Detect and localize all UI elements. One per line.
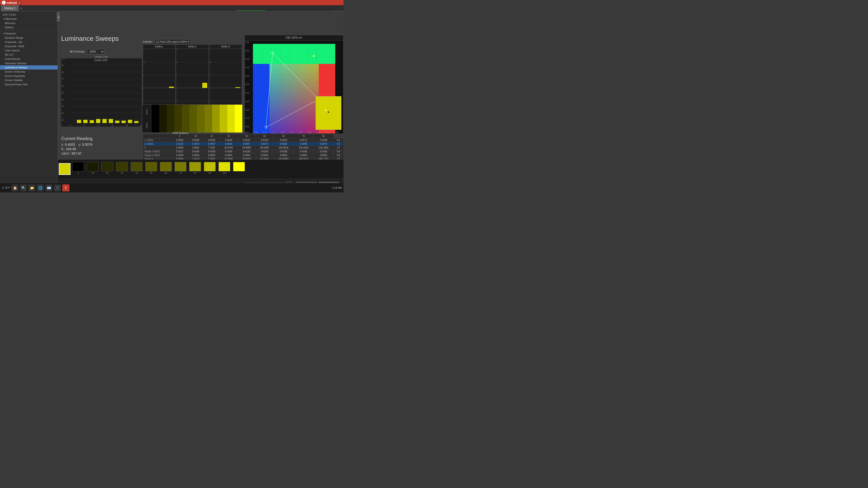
de-formula-select[interactable]: 2000 76 94 <box>87 49 104 54</box>
sidebar-item-spectral-power[interactable]: Spectral Power Dist. <box>0 82 58 87</box>
swatch-thumb-8[interactable]: 80 <box>188 162 202 176</box>
swatch-thumb-1[interactable]: 10 <box>86 162 100 176</box>
swatch-thumb-10[interactable]: 100 <box>217 162 231 176</box>
taskbar-time: 7:14 PM <box>332 187 342 189</box>
sidebar-item-grayscale-multi[interactable]: Grayscale - Multi <box>0 44 58 48</box>
sidebar-item-dynamic-range[interactable]: Dynamic Range <box>0 36 58 40</box>
sidebar-item-colorchecker[interactable]: ColorChecker <box>0 57 58 61</box>
table-cell: 0.5053 <box>274 154 293 157</box>
table-header: 60 <box>274 134 293 138</box>
target-swatch-8[interactable] <box>212 119 220 132</box>
taskbar-start-button[interactable]: 🏠 <box>11 184 19 191</box>
table-cell: 0.4190 <box>314 138 334 142</box>
thermometer-icon: 🌡 <box>2 187 4 189</box>
target-swatch-11[interactable] <box>235 119 242 132</box>
actual-swatch-0[interactable] <box>152 105 159 119</box>
actual-swatch-11[interactable] <box>235 105 242 119</box>
target-swatch-5[interactable] <box>189 119 197 132</box>
reading-cdm2-value: 357.87 <box>71 152 82 155</box>
sidebar-item-screen-angularity[interactable]: Screen Angularity <box>0 74 58 78</box>
table-cell: 40.8958 <box>238 146 255 150</box>
target-row: Target <box>142 119 242 132</box>
taskbar-calman[interactable]: C <box>62 184 69 191</box>
sidebar-item-luminance-sweeps[interactable]: Luminance Sweeps <box>0 65 58 69</box>
sdr-toolkit-label: SDR Toolkit <box>2 13 16 16</box>
actual-swatch-5[interactable] <box>189 105 197 119</box>
sidebar-item-grayscale-2pt[interactable]: Grayscale - 2pt <box>0 40 58 44</box>
swatch-thumb-4[interactable]: 40 <box>129 162 144 176</box>
target-swatch-10[interactable] <box>227 119 235 132</box>
table-cell: 0.4193 <box>274 150 293 154</box>
swatch-thumb-7[interactable]: 70 <box>174 162 188 176</box>
taskbar-email[interactable]: 📧 <box>45 184 52 191</box>
actual-swatch-1[interactable] <box>159 105 167 119</box>
swatch-thumb-9[interactable]: 90 <box>203 162 217 176</box>
swatch-thumb-3[interactable]: 30 <box>115 162 129 176</box>
target-colors <box>152 119 242 132</box>
table-row-label: x: CIE31 <box>143 138 172 142</box>
table-header: 20 <box>204 134 220 138</box>
actual-swatch-7[interactable] <box>205 105 212 119</box>
swatch-thumb-11[interactable] <box>232 162 246 176</box>
actual-swatch-6[interactable] <box>197 105 205 119</box>
taskbar-browser[interactable]: 🌐 <box>37 184 44 191</box>
actual-swatch-4[interactable] <box>182 105 189 119</box>
actual-swatch-3[interactable] <box>174 105 182 119</box>
table-cell: 0.5053 <box>220 154 238 157</box>
swatch-color-8 <box>189 162 201 171</box>
tab-history1[interactable]: History 1 <box>1 5 19 11</box>
sidebar-item-3dlut[interactable]: 3D LUT <box>0 53 58 57</box>
sidebar-item-saturation-sweeps[interactable]: Saturation Sweeps <box>0 61 58 65</box>
tab-add-button[interactable]: + <box>19 6 24 10</box>
cie-title: CIE 1976 u'v' <box>245 35 343 40</box>
sdr-toolkit-header[interactable]: SDR Toolkit <box>0 12 58 17</box>
table-cell: 0.5053 <box>204 154 220 157</box>
swatch-thumb-0[interactable]: 0 <box>71 162 85 176</box>
reading-cdm2-row: cd/m²: 357.87 <box>61 152 142 155</box>
welcome-section[interactable]: ▾ Welcome <box>0 17 58 21</box>
target-swatch-3[interactable] <box>174 119 182 132</box>
sidebar-collapse-button[interactable]: ◀ <box>57 12 60 22</box>
analysis-section[interactable]: ▾ Analysis <box>0 32 58 36</box>
target-swatch-9[interactable] <box>220 119 227 132</box>
sidebar-item-color-gamut[interactable]: Color Gamut <box>0 48 58 53</box>
actual-swatch-9[interactable] <box>220 105 227 119</box>
target-swatch-6[interactable] <box>197 119 205 132</box>
sidebar-item-welcome[interactable]: Welcome <box>0 21 58 25</box>
chevron-down-icon: ▾ <box>3 18 5 20</box>
actual-swatch-2[interactable] <box>167 105 174 119</box>
sidebar-item-screen-uniformity[interactable]: Screen Uniformity <box>0 69 58 74</box>
levels-dropdown[interactable]: 11 Point 10% step 0-100% ▾ <box>154 39 191 44</box>
active-swatch[interactable] <box>59 163 70 175</box>
actual-colors <box>152 105 242 119</box>
taskbar-music[interactable]: 🎵 <box>54 184 61 191</box>
sidebar: SDR Toolkit ▾ Welcome Welcome Options ▾ … <box>0 11 58 192</box>
table-header <box>143 134 172 138</box>
sidebar-item-screen-stability[interactable]: Screen Stability <box>0 78 58 82</box>
table-cell: 7.7637 <box>204 146 220 150</box>
app-dropdown[interactable]: ▾ <box>18 1 21 4</box>
target-swatch-2[interactable] <box>167 119 174 132</box>
target-swatch-4[interactable] <box>182 119 189 132</box>
reading-x-row: x: 0.4203 y: 0.5079 <box>61 143 142 147</box>
table-cell: 20.4740 <box>220 146 238 150</box>
table-cell: 0.4210 <box>204 138 220 142</box>
target-swatch-1[interactable] <box>159 119 167 132</box>
taskbar-files[interactable]: 📁 <box>28 184 35 191</box>
sidebar-item-options[interactable]: Options <box>0 25 58 30</box>
swatch-thumb-6[interactable]: 60 <box>159 162 173 176</box>
target-swatch-0[interactable] <box>152 119 159 132</box>
deltae-canvas <box>61 58 142 127</box>
table-cell: 105.8532 <box>274 146 293 150</box>
table-cell: 1.6961 <box>188 146 204 150</box>
swatch-label-8: 80 <box>194 172 196 174</box>
target-swatch-7[interactable] <box>205 119 212 132</box>
swatch-thumb-5[interactable]: 50 <box>144 162 158 176</box>
actual-swatch-10[interactable] <box>227 105 235 119</box>
table-row: x: CIE310.33330.41960.42100.41440.41670.… <box>143 138 343 142</box>
swatch-thumb-2[interactable]: 20 <box>100 162 115 176</box>
taskbar-search[interactable]: 🔍 <box>20 184 27 191</box>
deltae-chart-title: DeltaE 2000 <box>61 56 142 58</box>
reading-fl-value: 104.45 <box>66 147 76 151</box>
actual-swatch-8[interactable] <box>212 105 220 119</box>
